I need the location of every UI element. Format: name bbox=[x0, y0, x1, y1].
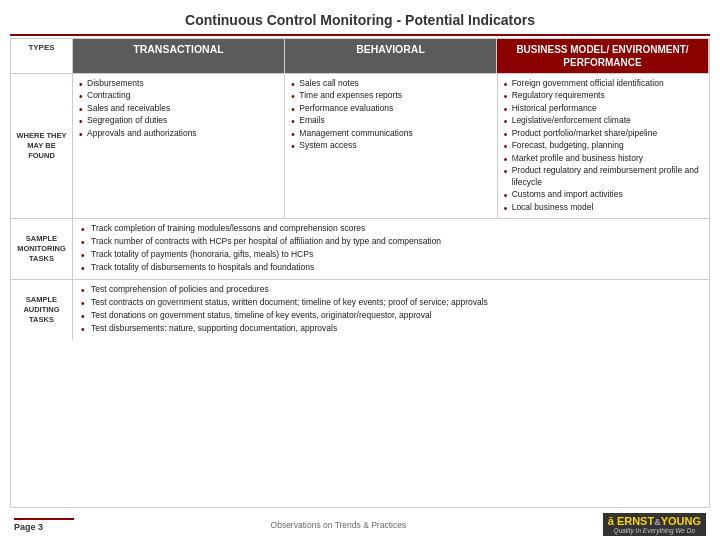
monitoring-list: Track completion of training modules/les… bbox=[81, 223, 701, 273]
behavioral-list: Sales call notes Time and expenses repor… bbox=[291, 78, 490, 152]
list-item: Performance evaluations bbox=[291, 103, 490, 114]
list-item: Time and expenses reports bbox=[291, 90, 490, 101]
list-item: Forecast, budgeting, planning bbox=[504, 140, 703, 151]
auditing-section: SAMPLE AUDITING TASKS Test comprehension… bbox=[11, 279, 709, 340]
behavioral-content: Sales call notes Time and expenses repor… bbox=[285, 74, 497, 218]
list-item: Legislative/enforcement climate bbox=[504, 115, 703, 126]
footer-center-text: Observations on Trends & Practices bbox=[271, 520, 407, 530]
list-item: Product portfolio/market share/pipeline bbox=[504, 128, 703, 139]
logo-ernst: ERNST bbox=[617, 515, 654, 527]
list-item: Track totality of payments (honoraria, g… bbox=[81, 249, 701, 260]
list-item: Test comprehension of policies and proce… bbox=[81, 284, 701, 295]
list-item: Contracting bbox=[79, 90, 278, 101]
list-item: Product regulatory and reimbursement pro… bbox=[504, 165, 703, 188]
list-item: Test donations on government status, tim… bbox=[81, 310, 701, 321]
list-item: Segregation of duties bbox=[79, 115, 278, 126]
list-item: Emails bbox=[291, 115, 490, 126]
behavioral-header: BEHAVIORAL bbox=[285, 39, 497, 73]
main-title: Continuous Control Monitoring - Potentia… bbox=[10, 8, 710, 36]
transactional-list: Disbursements Contracting Sales and rece… bbox=[79, 78, 278, 139]
list-item: Test contracts on government status, wri… bbox=[81, 297, 701, 308]
types-label: TYPES bbox=[11, 39, 72, 56]
list-item: Sales call notes bbox=[291, 78, 490, 89]
logo-main: ā ERNST&YOUNG bbox=[608, 515, 701, 527]
logo-box: ā ERNST&YOUNG Quality In Everything We D… bbox=[603, 513, 706, 536]
transactional-content: Disbursements Contracting Sales and rece… bbox=[73, 74, 285, 218]
list-item: Customs and import activities bbox=[504, 189, 703, 200]
list-item: Foreign government official identificati… bbox=[504, 78, 703, 89]
list-item: Disbursements bbox=[79, 78, 278, 89]
monitoring-section: SAMPLE MONITORING TASKS Track completion… bbox=[11, 218, 709, 279]
where-found-section: WHERE THEY MAY BE FOUND Disbursements Co… bbox=[11, 73, 709, 218]
auditing-content: Test comprehension of policies and proce… bbox=[73, 280, 709, 340]
list-item: Approvals and authorizations bbox=[79, 128, 278, 139]
list-item: Regulatory requirements bbox=[504, 90, 703, 101]
page: Continuous Control Monitoring - Potentia… bbox=[0, 0, 720, 540]
list-item: Local business model bbox=[504, 202, 703, 213]
list-item: Sales and receivables bbox=[79, 103, 278, 114]
header-row: TYPES TRANSACTIONAL BEHAVIORAL BUSINESS … bbox=[11, 39, 709, 73]
list-item: Track number of contracts with HCPs per … bbox=[81, 236, 701, 247]
types-header-cell: TYPES bbox=[11, 39, 73, 73]
list-item: Market profile and business history bbox=[504, 153, 703, 164]
monitoring-label: SAMPLE MONITORING TASKS bbox=[11, 219, 73, 279]
transactional-header: TRANSACTIONAL bbox=[73, 39, 285, 73]
list-item: Track completion of training modules/les… bbox=[81, 223, 701, 234]
logo-young: YOUNG bbox=[661, 515, 701, 527]
list-item: Historical performance bbox=[504, 103, 703, 114]
logo-sub: Quality In Everything We Do bbox=[614, 527, 696, 534]
list-item: Management communications bbox=[291, 128, 490, 139]
list-item: System access bbox=[291, 140, 490, 151]
list-item: Track totality of disbursements to hospi… bbox=[81, 262, 701, 273]
where-found-label: WHERE THEY MAY BE FOUND bbox=[11, 74, 73, 218]
auditing-list: Test comprehension of policies and proce… bbox=[81, 284, 701, 334]
business-list: Foreign government official identificati… bbox=[504, 78, 703, 213]
business-content: Foreign government official identificati… bbox=[498, 74, 709, 218]
monitoring-content: Track completion of training modules/les… bbox=[73, 219, 709, 279]
footer-logo: ā ERNST&YOUNG Quality In Everything We D… bbox=[603, 513, 706, 536]
auditing-label: SAMPLE AUDITING TASKS bbox=[11, 280, 73, 340]
footer: Page 3 Observations on Trends & Practice… bbox=[10, 510, 710, 536]
page-number: Page 3 bbox=[14, 518, 74, 532]
main-table: TYPES TRANSACTIONAL BEHAVIORAL BUSINESS … bbox=[10, 38, 710, 508]
business-header: BUSINESS MODEL/ ENVIRONMENT/ PERFORMANCE bbox=[497, 39, 709, 73]
list-item: Test disbursements: nature, supporting d… bbox=[81, 323, 701, 334]
